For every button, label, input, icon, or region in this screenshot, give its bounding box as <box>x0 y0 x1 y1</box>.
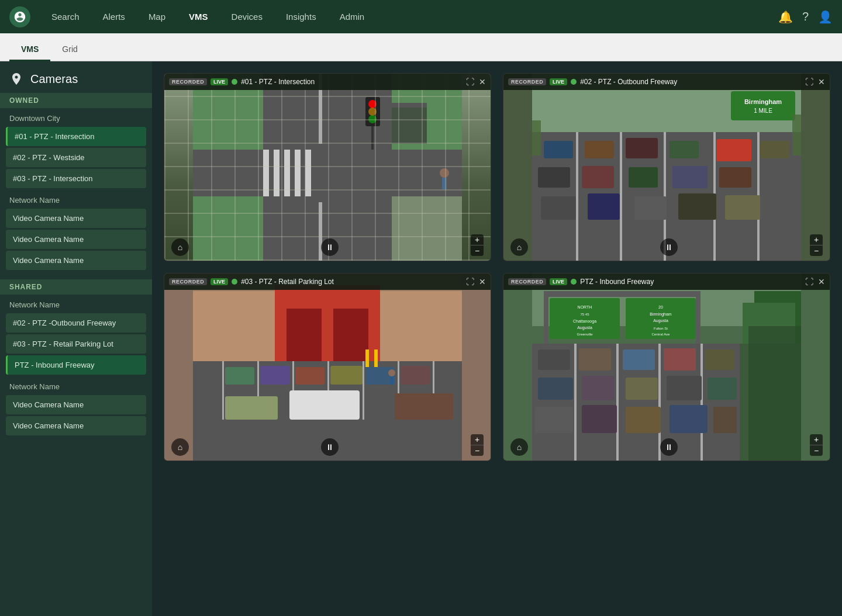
sidebar-item-vcam3[interactable]: Video Camera Name <box>6 251 146 270</box>
pause-button-1[interactable]: ⏸ <box>321 238 339 256</box>
nav-alerts[interactable]: Alerts <box>94 8 134 25</box>
svg-rect-83 <box>696 291 700 349</box>
zoom-out-3[interactable]: − <box>471 445 484 456</box>
sidebar-item-cam02-westside[interactable]: #02 - PTZ - Westside <box>6 148 146 167</box>
badge-recorded-1: RECORDED <box>169 78 207 85</box>
sidebar-item-cam01[interactable]: #01 - PTZ - Intersection <box>6 127 146 146</box>
svg-text:Augusta: Augusta <box>577 326 592 330</box>
section-shared: SHARED <box>0 279 152 295</box>
svg-rect-44 <box>541 196 576 220</box>
svg-rect-67 <box>260 366 289 385</box>
badge-recorded-2: RECORDED <box>508 78 546 85</box>
tab-vms[interactable]: VMS <box>9 39 50 61</box>
nav-map[interactable]: Map <box>139 8 175 25</box>
sidebar-item-vcam2[interactable]: Video Camera Name <box>6 230 146 249</box>
sidebar-item-outbound[interactable]: #02 - PTZ -Outbound Freeway <box>6 313 146 333</box>
svg-rect-22 <box>392 103 427 108</box>
camera-card-4: RECORDED LIVE PTZ - Inbound Freeway ⛶ ✕ <box>503 273 830 461</box>
svg-rect-38 <box>760 141 789 158</box>
svg-text:Birmingham: Birmingham <box>744 98 782 105</box>
close-icon-4[interactable]: ✕ <box>818 277 825 286</box>
svg-rect-34 <box>585 141 614 158</box>
nav-admin[interactable]: Admin <box>330 8 374 25</box>
svg-rect-78 <box>395 393 453 420</box>
svg-rect-107 <box>538 378 573 400</box>
group-network-owned: Network Name <box>0 190 152 207</box>
svg-rect-20 <box>442 178 447 189</box>
nav-vms[interactable]: VMS <box>180 8 218 25</box>
svg-rect-113 <box>582 405 617 433</box>
sidebar-item-vcam5[interactable]: Video Camera Name <box>6 416 146 435</box>
sidebar-item-cam03[interactable]: #03 - PTZ - Intersection <box>6 169 146 188</box>
zoom-out-4[interactable]: − <box>810 445 823 456</box>
expand-icon-3[interactable]: ⛶ <box>466 277 474 286</box>
home-button-1[interactable]: ⌂ <box>171 238 189 256</box>
sidebar-header: Cameras <box>0 61 152 93</box>
svg-rect-47 <box>678 193 716 220</box>
home-button-2[interactable]: ⌂ <box>510 238 528 256</box>
svg-rect-45 <box>588 193 620 220</box>
svg-point-16 <box>368 100 377 108</box>
svg-rect-21 <box>392 103 427 144</box>
close-icon-2[interactable]: ✕ <box>818 77 825 86</box>
svg-rect-36 <box>670 141 699 158</box>
expand-icon-1[interactable]: ⛶ <box>466 77 474 86</box>
home-button-4[interactable]: ⌂ <box>510 438 528 456</box>
camera-footer-4: ⌂ ⏸ + − <box>503 430 830 461</box>
svg-rect-35 <box>626 138 658 158</box>
sidebar-title: Cameras <box>30 72 78 86</box>
close-icon-1[interactable]: ✕ <box>479 77 486 86</box>
close-icon-3[interactable]: ✕ <box>479 277 486 286</box>
group-downtown-city: Downtown City <box>0 108 152 125</box>
zoom-in-4[interactable]: + <box>810 434 823 445</box>
sidebar-item-vcam4[interactable]: Video Camera Name <box>6 395 146 414</box>
svg-text:Greenville: Greenville <box>577 333 593 336</box>
svg-rect-103 <box>579 348 611 371</box>
svg-rect-30 <box>731 91 795 120</box>
pause-button-3[interactable]: ⏸ <box>321 438 339 456</box>
user-icon[interactable]: 👤 <box>818 10 833 24</box>
badge-live-3: LIVE <box>210 278 228 285</box>
svg-rect-57 <box>380 291 462 361</box>
svg-point-18 <box>368 115 377 123</box>
expand-icon-2[interactable]: ⛶ <box>805 77 813 86</box>
svg-text:Chattanooga: Chattanooga <box>573 319 596 324</box>
sidebar-item-parking[interactable]: #03 - PTZ - Retail Parking Lot <box>6 334 146 354</box>
zoom-in-2[interactable]: + <box>810 234 823 245</box>
logo[interactable] <box>9 6 30 27</box>
zoom-control-3: + − <box>471 434 484 456</box>
svg-rect-54 <box>287 309 322 361</box>
nav-insights[interactable]: Insights <box>277 8 326 25</box>
notification-icon[interactable]: 🔔 <box>778 10 793 24</box>
pause-button-4[interactable]: ⏸ <box>660 438 678 456</box>
zoom-in-3[interactable]: + <box>471 434 484 445</box>
nav-search[interactable]: Search <box>42 8 89 25</box>
svg-rect-75 <box>390 376 394 385</box>
camera-actions-4: ⛶ ✕ <box>805 277 825 286</box>
svg-rect-71 <box>401 366 430 385</box>
svg-rect-37 <box>716 139 751 161</box>
badge-live-2: LIVE <box>550 78 567 85</box>
help-icon[interactable]: ? <box>802 10 809 23</box>
svg-text:Birmingham: Birmingham <box>650 312 672 317</box>
group-network-shared2: Network Name <box>0 376 152 393</box>
expand-icon-4[interactable]: ⛶ <box>805 277 813 286</box>
pause-button-2[interactable]: ⏸ <box>660 238 678 256</box>
zoom-in-1[interactable]: + <box>471 234 484 245</box>
sidebar-item-vcam1[interactable]: Video Camera Name <box>6 209 146 228</box>
status-dot-1 <box>232 79 237 85</box>
svg-rect-66 <box>225 367 254 385</box>
svg-rect-33 <box>544 141 573 158</box>
status-dot-4 <box>571 279 577 285</box>
zoom-out-2[interactable]: − <box>810 245 823 256</box>
tab-grid[interactable]: Grid <box>50 39 89 61</box>
svg-rect-115 <box>670 405 708 433</box>
camera-actions-1: ⛶ ✕ <box>466 77 486 86</box>
zoom-out-1[interactable]: − <box>471 245 484 256</box>
camera-title-1: #01 - PTZ - Intersection <box>241 78 463 86</box>
home-button-3[interactable]: ⌂ <box>171 438 189 456</box>
sidebar-item-inbound[interactable]: PTZ - Inbound Freeway <box>6 355 146 375</box>
svg-rect-9 <box>295 150 301 196</box>
badge-live-1: LIVE <box>210 78 228 85</box>
nav-devices[interactable]: Devices <box>222 8 272 25</box>
